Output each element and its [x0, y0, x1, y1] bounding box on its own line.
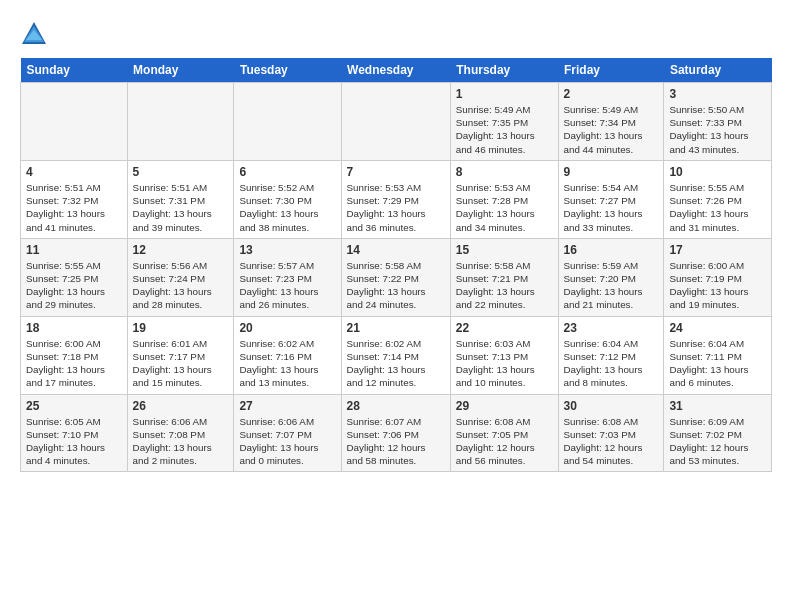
day-cell: 19Sunrise: 6:01 AM Sunset: 7:17 PM Dayli…: [127, 316, 234, 394]
day-info: Sunrise: 5:49 AM Sunset: 7:35 PM Dayligh…: [456, 103, 553, 156]
week-row-4: 18Sunrise: 6:00 AM Sunset: 7:18 PM Dayli…: [21, 316, 772, 394]
day-cell: 1Sunrise: 5:49 AM Sunset: 7:35 PM Daylig…: [450, 83, 558, 161]
header-cell-monday: Monday: [127, 58, 234, 83]
day-cell: 8Sunrise: 5:53 AM Sunset: 7:28 PM Daylig…: [450, 160, 558, 238]
day-cell: [21, 83, 128, 161]
day-cell: 9Sunrise: 5:54 AM Sunset: 7:27 PM Daylig…: [558, 160, 664, 238]
day-info: Sunrise: 6:06 AM Sunset: 7:07 PM Dayligh…: [239, 415, 335, 468]
day-cell: 10Sunrise: 5:55 AM Sunset: 7:26 PM Dayli…: [664, 160, 772, 238]
day-number: 30: [564, 399, 659, 413]
logo: [20, 20, 52, 48]
day-number: 5: [133, 165, 229, 179]
day-cell: 24Sunrise: 6:04 AM Sunset: 7:11 PM Dayli…: [664, 316, 772, 394]
day-number: 15: [456, 243, 553, 257]
day-cell: 11Sunrise: 5:55 AM Sunset: 7:25 PM Dayli…: [21, 238, 128, 316]
header-cell-saturday: Saturday: [664, 58, 772, 83]
day-number: 29: [456, 399, 553, 413]
day-number: 21: [347, 321, 445, 335]
header-cell-thursday: Thursday: [450, 58, 558, 83]
day-info: Sunrise: 5:56 AM Sunset: 7:24 PM Dayligh…: [133, 259, 229, 312]
day-info: Sunrise: 6:00 AM Sunset: 7:19 PM Dayligh…: [669, 259, 766, 312]
calendar-table: SundayMondayTuesdayWednesdayThursdayFrid…: [20, 58, 772, 472]
header: [20, 16, 772, 48]
day-cell: 27Sunrise: 6:06 AM Sunset: 7:07 PM Dayli…: [234, 394, 341, 472]
day-cell: [341, 83, 450, 161]
day-cell: [234, 83, 341, 161]
day-number: 20: [239, 321, 335, 335]
day-cell: 18Sunrise: 6:00 AM Sunset: 7:18 PM Dayli…: [21, 316, 128, 394]
day-info: Sunrise: 5:59 AM Sunset: 7:20 PM Dayligh…: [564, 259, 659, 312]
header-cell-friday: Friday: [558, 58, 664, 83]
day-number: 1: [456, 87, 553, 101]
day-cell: 2Sunrise: 5:49 AM Sunset: 7:34 PM Daylig…: [558, 83, 664, 161]
day-number: 17: [669, 243, 766, 257]
day-number: 11: [26, 243, 122, 257]
day-number: 6: [239, 165, 335, 179]
day-cell: 28Sunrise: 6:07 AM Sunset: 7:06 PM Dayli…: [341, 394, 450, 472]
day-number: 14: [347, 243, 445, 257]
day-number: 12: [133, 243, 229, 257]
day-number: 25: [26, 399, 122, 413]
day-cell: 7Sunrise: 5:53 AM Sunset: 7:29 PM Daylig…: [341, 160, 450, 238]
header-row: SundayMondayTuesdayWednesdayThursdayFrid…: [21, 58, 772, 83]
day-info: Sunrise: 6:06 AM Sunset: 7:08 PM Dayligh…: [133, 415, 229, 468]
day-info: Sunrise: 6:08 AM Sunset: 7:05 PM Dayligh…: [456, 415, 553, 468]
day-info: Sunrise: 5:52 AM Sunset: 7:30 PM Dayligh…: [239, 181, 335, 234]
day-cell: 23Sunrise: 6:04 AM Sunset: 7:12 PM Dayli…: [558, 316, 664, 394]
day-info: Sunrise: 6:03 AM Sunset: 7:13 PM Dayligh…: [456, 337, 553, 390]
day-number: 8: [456, 165, 553, 179]
day-info: Sunrise: 6:00 AM Sunset: 7:18 PM Dayligh…: [26, 337, 122, 390]
page-container: SundayMondayTuesdayWednesdayThursdayFrid…: [0, 0, 792, 482]
day-cell: 13Sunrise: 5:57 AM Sunset: 7:23 PM Dayli…: [234, 238, 341, 316]
day-number: 22: [456, 321, 553, 335]
day-number: 18: [26, 321, 122, 335]
day-cell: 14Sunrise: 5:58 AM Sunset: 7:22 PM Dayli…: [341, 238, 450, 316]
day-info: Sunrise: 6:05 AM Sunset: 7:10 PM Dayligh…: [26, 415, 122, 468]
day-number: 19: [133, 321, 229, 335]
day-number: 26: [133, 399, 229, 413]
day-cell: 6Sunrise: 5:52 AM Sunset: 7:30 PM Daylig…: [234, 160, 341, 238]
day-cell: 15Sunrise: 5:58 AM Sunset: 7:21 PM Dayli…: [450, 238, 558, 316]
day-cell: 17Sunrise: 6:00 AM Sunset: 7:19 PM Dayli…: [664, 238, 772, 316]
day-cell: 4Sunrise: 5:51 AM Sunset: 7:32 PM Daylig…: [21, 160, 128, 238]
day-cell: 29Sunrise: 6:08 AM Sunset: 7:05 PM Dayli…: [450, 394, 558, 472]
day-info: Sunrise: 6:08 AM Sunset: 7:03 PM Dayligh…: [564, 415, 659, 468]
day-number: 13: [239, 243, 335, 257]
day-cell: 20Sunrise: 6:02 AM Sunset: 7:16 PM Dayli…: [234, 316, 341, 394]
day-info: Sunrise: 6:01 AM Sunset: 7:17 PM Dayligh…: [133, 337, 229, 390]
day-info: Sunrise: 5:53 AM Sunset: 7:29 PM Dayligh…: [347, 181, 445, 234]
day-info: Sunrise: 5:51 AM Sunset: 7:32 PM Dayligh…: [26, 181, 122, 234]
header-cell-wednesday: Wednesday: [341, 58, 450, 83]
header-cell-tuesday: Tuesday: [234, 58, 341, 83]
day-cell: 31Sunrise: 6:09 AM Sunset: 7:02 PM Dayli…: [664, 394, 772, 472]
day-info: Sunrise: 6:02 AM Sunset: 7:16 PM Dayligh…: [239, 337, 335, 390]
week-row-2: 4Sunrise: 5:51 AM Sunset: 7:32 PM Daylig…: [21, 160, 772, 238]
day-cell: 22Sunrise: 6:03 AM Sunset: 7:13 PM Dayli…: [450, 316, 558, 394]
day-cell: [127, 83, 234, 161]
week-row-1: 1Sunrise: 5:49 AM Sunset: 7:35 PM Daylig…: [21, 83, 772, 161]
day-number: 2: [564, 87, 659, 101]
day-cell: 5Sunrise: 5:51 AM Sunset: 7:31 PM Daylig…: [127, 160, 234, 238]
day-number: 24: [669, 321, 766, 335]
day-info: Sunrise: 5:55 AM Sunset: 7:25 PM Dayligh…: [26, 259, 122, 312]
week-row-5: 25Sunrise: 6:05 AM Sunset: 7:10 PM Dayli…: [21, 394, 772, 472]
day-info: Sunrise: 5:55 AM Sunset: 7:26 PM Dayligh…: [669, 181, 766, 234]
day-info: Sunrise: 5:50 AM Sunset: 7:33 PM Dayligh…: [669, 103, 766, 156]
day-info: Sunrise: 5:53 AM Sunset: 7:28 PM Dayligh…: [456, 181, 553, 234]
day-number: 4: [26, 165, 122, 179]
day-info: Sunrise: 5:51 AM Sunset: 7:31 PM Dayligh…: [133, 181, 229, 234]
day-number: 10: [669, 165, 766, 179]
day-info: Sunrise: 5:58 AM Sunset: 7:22 PM Dayligh…: [347, 259, 445, 312]
day-cell: 25Sunrise: 6:05 AM Sunset: 7:10 PM Dayli…: [21, 394, 128, 472]
day-number: 27: [239, 399, 335, 413]
day-cell: 30Sunrise: 6:08 AM Sunset: 7:03 PM Dayli…: [558, 394, 664, 472]
day-cell: 16Sunrise: 5:59 AM Sunset: 7:20 PM Dayli…: [558, 238, 664, 316]
day-info: Sunrise: 6:09 AM Sunset: 7:02 PM Dayligh…: [669, 415, 766, 468]
day-info: Sunrise: 5:54 AM Sunset: 7:27 PM Dayligh…: [564, 181, 659, 234]
day-info: Sunrise: 6:02 AM Sunset: 7:14 PM Dayligh…: [347, 337, 445, 390]
day-number: 23: [564, 321, 659, 335]
day-number: 16: [564, 243, 659, 257]
day-number: 3: [669, 87, 766, 101]
day-info: Sunrise: 5:58 AM Sunset: 7:21 PM Dayligh…: [456, 259, 553, 312]
week-row-3: 11Sunrise: 5:55 AM Sunset: 7:25 PM Dayli…: [21, 238, 772, 316]
